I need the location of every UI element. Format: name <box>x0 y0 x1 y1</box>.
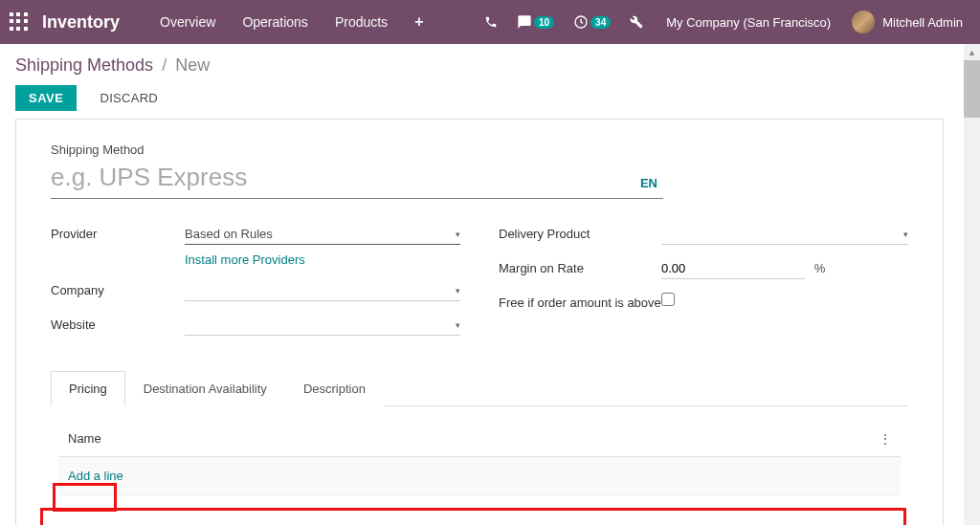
tabs: Pricing Destination Availability Descrip… <box>51 370 908 406</box>
delivery-product-label: Delivery Product <box>499 224 661 241</box>
save-button[interactable]: SAVE <box>15 85 77 111</box>
language-badge[interactable]: EN <box>635 176 663 198</box>
column-name: Name <box>68 431 101 447</box>
delivery-product-select[interactable]: ▾ <box>661 224 908 245</box>
scrollbar[interactable]: ▲ <box>964 44 980 525</box>
caret-down-icon: ▾ <box>456 286 460 295</box>
breadcrumb-sep: / <box>162 55 167 75</box>
add-line-link[interactable]: Add a line <box>68 469 123 483</box>
provider-label: Provider <box>51 224 185 241</box>
user-avatar-icon <box>852 11 875 33</box>
shipping-method-name-input[interactable] <box>51 159 635 198</box>
scroll-thumb[interactable] <box>964 60 980 118</box>
messages-icon[interactable]: 10 <box>507 14 564 30</box>
scroll-up-icon[interactable]: ▲ <box>964 44 980 60</box>
action-bar: SAVE DISCARD <box>15 85 965 111</box>
user-menu[interactable]: Mitchell Admin <box>844 11 970 33</box>
breadcrumb-current: New <box>175 55 210 75</box>
caret-down-icon: ▾ <box>456 230 460 239</box>
company-label: Company <box>51 280 185 297</box>
title-label: Shipping Method <box>51 142 908 157</box>
messages-badge: 10 <box>534 16 554 29</box>
website-field: Website ▾ <box>51 315 460 336</box>
tools-icon[interactable] <box>620 15 653 29</box>
caret-down-icon: ▾ <box>456 320 460 330</box>
company-field: Company ▾ <box>51 280 460 301</box>
table-options-icon[interactable]: ⋮ <box>879 431 891 447</box>
company-select[interactable]: ▾ <box>185 280 460 301</box>
nav-plus-icon[interactable]: + <box>401 13 436 31</box>
install-providers-link[interactable]: Install more Providers <box>185 252 305 267</box>
nav-products[interactable]: Products <box>322 14 401 30</box>
user-name: Mitchell Admin <box>882 15 963 30</box>
activities-icon[interactable]: 34 <box>564 14 620 30</box>
company-selector[interactable]: My Company (San Francisco) <box>653 15 844 30</box>
nav-overview[interactable]: Overview <box>146 14 229 30</box>
table-row: Add a line <box>58 457 901 495</box>
margin-field: Margin on Rate % <box>499 258 908 279</box>
free-amount-label: Free if order amount is above <box>499 293 661 310</box>
form-wrap: Shipping Method EN Provider Based on Rul… <box>0 119 980 525</box>
top-navbar: Inventory Overview Operations Products +… <box>0 0 980 44</box>
activities-badge: 34 <box>590 16 611 29</box>
margin-label: Margin on Rate <box>499 258 661 275</box>
title-row: EN <box>51 159 663 199</box>
apps-menu-icon[interactable] <box>10 12 29 32</box>
phone-icon[interactable] <box>475 15 507 29</box>
tab-pricing[interactable]: Pricing <box>51 371 125 406</box>
control-panel: Shipping Methods / New SAVE DISCARD <box>0 44 980 119</box>
tab-destination-availability[interactable]: Destination Availability <box>125 371 285 406</box>
provider-select[interactable]: Based on Rules ▾ <box>185 224 460 245</box>
website-label: Website <box>51 315 185 332</box>
free-amount-checkbox[interactable] <box>661 293 675 306</box>
form-columns: Provider Based on Rules ▾ Install more P… <box>51 224 908 349</box>
table-header: Name ⋮ <box>58 431 901 457</box>
breadcrumb-parent[interactable]: Shipping Methods <box>15 55 153 75</box>
margin-input[interactable] <box>661 258 805 279</box>
discard-button[interactable]: DISCARD <box>86 85 171 111</box>
provider-field: Provider Based on Rules ▾ Install more P… <box>51 224 460 267</box>
breadcrumb: Shipping Methods / New <box>15 55 965 76</box>
percent-label: % <box>814 261 826 275</box>
right-column: Delivery Product ▾ Margin on Rate % <box>499 224 908 349</box>
free-amount-field: Free if order amount is above <box>499 293 908 310</box>
left-column: Provider Based on Rules ▾ Install more P… <box>51 224 460 349</box>
delivery-product-field: Delivery Product ▾ <box>499 224 908 245</box>
form-sheet: Shipping Method EN Provider Based on Rul… <box>15 119 944 525</box>
website-select[interactable]: ▾ <box>185 315 460 336</box>
provider-value: Based on Rules <box>185 227 273 241</box>
pricing-table: Name ⋮ Add a line <box>51 406 908 505</box>
app-brand[interactable]: Inventory <box>42 12 120 33</box>
nav-operations[interactable]: Operations <box>229 14 321 30</box>
caret-down-icon: ▾ <box>903 230 908 239</box>
tab-description[interactable]: Description <box>285 371 384 406</box>
